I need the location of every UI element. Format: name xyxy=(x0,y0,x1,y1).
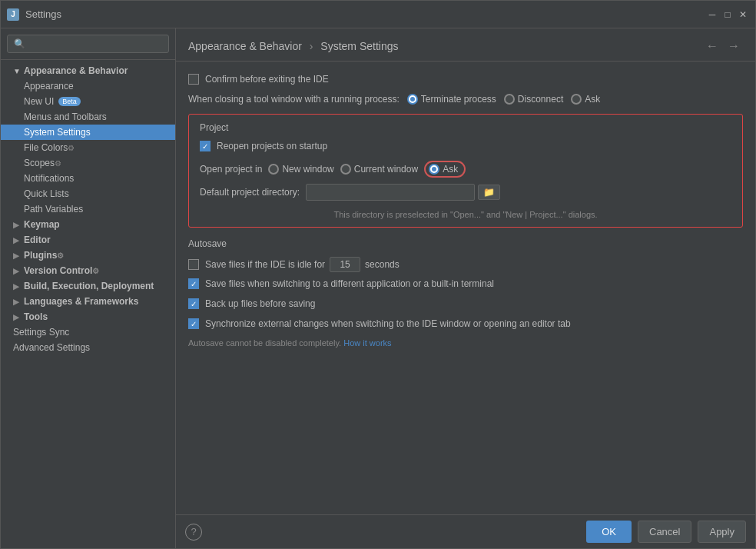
open-project-row: Open project in New window Current windo… xyxy=(200,161,731,178)
save-switching-checkbox[interactable] xyxy=(188,278,199,289)
save-idle-checkbox-wrap[interactable]: Save files if the IDE is idle for xyxy=(188,259,325,270)
radio-terminate-wrap[interactable]: Terminate process xyxy=(407,94,496,105)
settings-window: J Settings ─ □ ✕ ▼ Appearance & Behavior… xyxy=(0,0,756,549)
backup-wrap[interactable]: Back up files before saving xyxy=(188,298,315,309)
radio-disconnect-label: Disconnect xyxy=(518,94,563,105)
sidebar-item-settings-sync[interactable]: Settings Sync xyxy=(1,324,175,340)
confirm-exit-row: Confirm before exiting the IDE xyxy=(188,74,743,85)
sidebar-item-menus-toolbars[interactable]: Menus and Toolbars xyxy=(1,109,175,125)
radio-ask-tool-wrap[interactable]: Ask xyxy=(571,94,600,105)
reopen-projects-checkbox[interactable] xyxy=(200,141,211,151)
sidebar-item-tools[interactable]: ▶ Tools xyxy=(1,309,175,324)
radio-new-window[interactable] xyxy=(268,164,279,175)
default-dir-label: Default project directory: xyxy=(200,187,300,198)
save-switching-wrap[interactable]: Save files when switching to a different… xyxy=(188,278,494,289)
project-box: Project Reopen projects on startup Open … xyxy=(188,114,743,228)
settings-icon2: ⚙ xyxy=(55,159,61,168)
breadcrumb-separator: › xyxy=(310,40,313,52)
radio-new-window-label: New window xyxy=(282,164,333,175)
sync-external-checkbox[interactable] xyxy=(188,318,199,329)
maximize-button[interactable]: □ xyxy=(721,8,734,21)
window-title: Settings xyxy=(25,8,706,20)
save-switching-label: Save files when switching to a different… xyxy=(205,278,494,289)
content-body: Confirm before exiting the IDE When clos… xyxy=(176,62,755,514)
breadcrumb: Appearance & Behavior › System Settings xyxy=(188,40,398,52)
sidebar: ▼ Appearance & Behavior Appearance New U… xyxy=(1,28,176,548)
radio-disconnect-wrap[interactable]: Disconnect xyxy=(504,94,563,105)
cancel-button[interactable]: Cancel xyxy=(638,521,691,543)
expand-arrow7: ▶ xyxy=(13,298,21,306)
backup-checkbox[interactable] xyxy=(188,298,199,309)
nav-back-button[interactable]: ← xyxy=(703,38,721,55)
sidebar-item-languages-frameworks[interactable]: ▶ Languages & Frameworks xyxy=(1,294,175,309)
sidebar-item-advanced-settings[interactable]: Advanced Settings xyxy=(1,340,175,355)
search-box xyxy=(1,28,175,60)
sidebar-item-path-variables[interactable]: Path Variables xyxy=(1,201,175,217)
window-controls: ─ □ ✕ xyxy=(706,8,749,21)
radio-ask2[interactable] xyxy=(429,164,439,175)
apply-button[interactable]: Apply xyxy=(698,521,746,543)
expand-arrow6: ▶ xyxy=(13,282,21,291)
radio-ask2-wrap[interactable]: Ask xyxy=(424,161,466,178)
radio-current-window-label: Current window xyxy=(354,164,418,175)
autosave-title: Autosave xyxy=(188,238,743,249)
search-input[interactable] xyxy=(7,35,169,53)
sidebar-tree: ▼ Appearance & Behavior Appearance New U… xyxy=(1,60,175,548)
ok-button[interactable]: OK xyxy=(586,521,632,543)
content-header: Appearance & Behavior › System Settings … xyxy=(176,28,755,62)
save-idle-prefix: Save files if the IDE is idle for xyxy=(205,259,325,270)
settings-icon: ⚙ xyxy=(68,144,75,152)
idle-seconds-input[interactable] xyxy=(330,257,360,272)
reopen-projects-wrap[interactable]: Reopen projects on startup xyxy=(200,141,327,151)
sidebar-item-version-control[interactable]: ▶ Version Control ⚙ xyxy=(1,263,175,278)
radio-new-window-wrap[interactable]: New window xyxy=(268,164,333,175)
how-it-works-link[interactable]: How it works xyxy=(343,338,391,348)
radio-current-window[interactable] xyxy=(340,164,351,175)
radio-disconnect[interactable] xyxy=(504,94,515,105)
sidebar-item-file-colors[interactable]: File Colors ⚙ xyxy=(1,140,175,155)
default-dir-row: Default project directory: 📁 xyxy=(200,184,731,201)
dir-browse-button[interactable]: 📁 xyxy=(478,185,500,200)
open-project-label: Open project in xyxy=(200,164,262,175)
autosave-box: Autosave Save files if the IDE is idle f… xyxy=(188,238,743,348)
close-button[interactable]: ✕ xyxy=(737,8,749,21)
sidebar-item-keymap[interactable]: ▶ Keymap xyxy=(1,217,175,232)
footer-buttons: OK Cancel Apply xyxy=(586,521,746,543)
nav-forward-button[interactable]: → xyxy=(724,38,743,55)
radio-ask-tool-label: Ask xyxy=(585,94,600,105)
radio-ask-tool[interactable] xyxy=(571,94,582,105)
confirm-exit-label: Confirm before exiting the IDE xyxy=(205,74,329,85)
help-button[interactable]: ? xyxy=(185,524,202,541)
save-idle-row: Save files if the IDE is idle for second… xyxy=(188,257,743,272)
sidebar-item-quick-lists[interactable]: Quick Lists xyxy=(1,186,175,201)
settings-icon3: ⚙ xyxy=(57,251,64,260)
confirm-exit-checkbox[interactable] xyxy=(188,74,199,85)
sidebar-item-new-ui[interactable]: New UI Beta xyxy=(1,94,175,109)
sidebar-item-system-settings[interactable]: System Settings xyxy=(1,125,175,140)
radio-terminate-label: Terminate process xyxy=(421,94,496,105)
sidebar-item-appearance[interactable]: Appearance xyxy=(1,78,175,94)
reopen-projects-row: Reopen projects on startup xyxy=(200,141,731,151)
sidebar-item-notifications[interactable]: Notifications xyxy=(1,171,175,186)
sidebar-item-plugins[interactable]: ▶ Plugins ⚙ xyxy=(1,248,175,263)
sidebar-item-editor[interactable]: ▶ Editor xyxy=(1,232,175,248)
dir-input[interactable] xyxy=(306,184,475,201)
confirm-exit-checkbox-wrap[interactable]: Confirm before exiting the IDE xyxy=(188,74,329,85)
project-section-title: Project xyxy=(200,122,731,133)
footer: ? OK Cancel Apply xyxy=(176,514,755,548)
sidebar-item-build-execution[interactable]: ▶ Build, Execution, Deployment xyxy=(1,278,175,294)
dir-hint: This directory is preselected in "Open..… xyxy=(200,210,731,219)
nav-arrows: ← → xyxy=(703,38,743,55)
sync-external-row: Synchronize external changes when switch… xyxy=(188,318,743,329)
sync-external-label: Synchronize external changes when switch… xyxy=(205,318,571,329)
sidebar-item-appearance-behavior[interactable]: ▼ Appearance & Behavior xyxy=(1,63,175,78)
expand-arrow: ▼ xyxy=(13,67,21,75)
reopen-projects-label: Reopen projects on startup xyxy=(217,141,327,151)
radio-terminate[interactable] xyxy=(407,94,418,105)
sync-external-wrap[interactable]: Synchronize external changes when switch… xyxy=(188,318,571,329)
sidebar-item-scopes[interactable]: Scopes ⚙ xyxy=(1,155,175,171)
save-idle-checkbox[interactable] xyxy=(188,259,199,270)
radio-current-window-wrap[interactable]: Current window xyxy=(340,164,418,175)
settings-icon4: ⚙ xyxy=(92,267,99,275)
minimize-button[interactable]: ─ xyxy=(706,8,718,21)
